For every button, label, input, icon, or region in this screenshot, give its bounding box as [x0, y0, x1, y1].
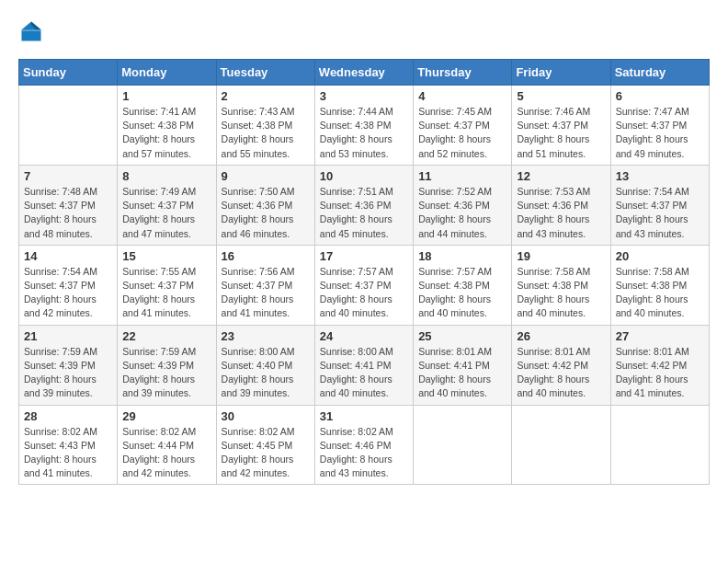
day-number: 11 — [418, 169, 506, 183]
day-info: Sunrise: 7:57 AMSunset: 4:37 PMDaylight:… — [320, 265, 408, 321]
calendar-cell: 29Sunrise: 8:02 AMSunset: 4:44 PMDayligh… — [118, 405, 216, 485]
day-number: 30 — [222, 409, 310, 423]
calendar-cell: 11Sunrise: 7:52 AMSunset: 4:36 PMDayligh… — [414, 165, 512, 245]
day-info: Sunrise: 8:01 AMSunset: 4:41 PMDaylight:… — [418, 345, 506, 401]
day-of-week-header: Friday — [512, 60, 610, 86]
day-info: Sunrise: 7:55 AMSunset: 4:37 PMDaylight:… — [122, 265, 210, 321]
calendar-week-row: 1Sunrise: 7:41 AMSunset: 4:38 PMDaylight… — [19, 86, 710, 166]
day-number: 16 — [222, 249, 310, 263]
day-number: 7 — [24, 169, 112, 183]
day-number: 28 — [24, 409, 112, 423]
day-info: Sunrise: 8:02 AMSunset: 4:46 PMDaylight:… — [320, 425, 408, 481]
day-number: 24 — [320, 329, 408, 343]
day-info: Sunrise: 8:00 AMSunset: 4:41 PMDaylight:… — [320, 345, 408, 401]
calendar-cell: 23Sunrise: 8:00 AMSunset: 4:40 PMDayligh… — [216, 325, 314, 405]
calendar-cell: 28Sunrise: 8:02 AMSunset: 4:43 PMDayligh… — [19, 405, 118, 485]
day-info: Sunrise: 8:00 AMSunset: 4:40 PMDaylight:… — [222, 345, 310, 401]
calendar-week-row: 7Sunrise: 7:48 AMSunset: 4:37 PMDaylight… — [19, 165, 710, 245]
header-row: SundayMondayTuesdayWednesdayThursdayFrid… — [19, 60, 710, 86]
calendar-cell — [414, 405, 512, 485]
calendar-cell: 5Sunrise: 7:46 AMSunset: 4:37 PMDaylight… — [512, 86, 610, 166]
calendar-cell: 17Sunrise: 7:57 AMSunset: 4:37 PMDayligh… — [314, 245, 413, 325]
calendar-cell: 15Sunrise: 7:55 AMSunset: 4:37 PMDayligh… — [118, 245, 216, 325]
day-number: 12 — [517, 169, 605, 183]
day-info: Sunrise: 7:56 AMSunset: 4:37 PMDaylight:… — [222, 265, 310, 321]
calendar-cell: 12Sunrise: 7:53 AMSunset: 4:36 PMDayligh… — [512, 165, 610, 245]
day-info: Sunrise: 7:53 AMSunset: 4:36 PMDaylight:… — [517, 185, 605, 241]
day-number: 23 — [222, 329, 310, 343]
day-info: Sunrise: 7:46 AMSunset: 4:37 PMDaylight:… — [517, 105, 605, 161]
day-info: Sunrise: 7:49 AMSunset: 4:37 PMDaylight:… — [122, 185, 210, 241]
day-number: 18 — [418, 249, 506, 263]
day-number: 6 — [616, 89, 704, 103]
calendar-cell: 4Sunrise: 7:45 AMSunset: 4:37 PMDaylight… — [414, 86, 512, 166]
day-number: 2 — [222, 89, 310, 103]
day-number: 5 — [517, 89, 605, 103]
calendar-cell — [512, 405, 610, 485]
day-info: Sunrise: 8:01 AMSunset: 4:42 PMDaylight:… — [616, 345, 704, 401]
day-info: Sunrise: 7:59 AMSunset: 4:39 PMDaylight:… — [24, 345, 112, 401]
day-number: 31 — [320, 409, 408, 423]
day-of-week-header: Tuesday — [216, 60, 314, 86]
day-info: Sunrise: 7:58 AMSunset: 4:38 PMDaylight:… — [616, 265, 704, 321]
calendar-cell — [19, 86, 118, 166]
day-of-week-header: Monday — [118, 60, 216, 86]
day-info: Sunrise: 8:02 AMSunset: 4:43 PMDaylight:… — [24, 425, 112, 481]
day-number: 29 — [122, 409, 210, 423]
calendar-cell: 13Sunrise: 7:54 AMSunset: 4:37 PMDayligh… — [610, 165, 709, 245]
day-info: Sunrise: 8:01 AMSunset: 4:42 PMDaylight:… — [517, 345, 605, 401]
calendar-cell: 2Sunrise: 7:43 AMSunset: 4:38 PMDaylight… — [216, 86, 314, 166]
day-number: 3 — [320, 89, 408, 103]
day-info: Sunrise: 7:47 AMSunset: 4:37 PMDaylight:… — [616, 105, 704, 161]
day-info: Sunrise: 7:54 AMSunset: 4:37 PMDaylight:… — [24, 265, 112, 321]
calendar-body: 1Sunrise: 7:41 AMSunset: 4:38 PMDaylight… — [19, 86, 710, 485]
calendar-cell: 31Sunrise: 8:02 AMSunset: 4:46 PMDayligh… — [314, 405, 413, 485]
day-info: Sunrise: 7:54 AMSunset: 4:37 PMDaylight:… — [616, 185, 704, 241]
calendar-cell — [610, 405, 709, 485]
day-number: 19 — [517, 249, 605, 263]
day-of-week-header: Saturday — [610, 60, 709, 86]
calendar-cell: 9Sunrise: 7:50 AMSunset: 4:36 PMDaylight… — [216, 165, 314, 245]
calendar-week-row: 14Sunrise: 7:54 AMSunset: 4:37 PMDayligh… — [19, 245, 710, 325]
day-number: 26 — [517, 329, 605, 343]
calendar-header: SundayMondayTuesdayWednesdayThursdayFrid… — [19, 60, 710, 86]
day-of-week-header: Wednesday — [314, 60, 413, 86]
day-info: Sunrise: 7:58 AMSunset: 4:38 PMDaylight:… — [517, 265, 605, 321]
day-number: 25 — [418, 329, 506, 343]
day-number: 1 — [122, 89, 210, 103]
day-info: Sunrise: 7:59 AMSunset: 4:39 PMDaylight:… — [122, 345, 210, 401]
day-info: Sunrise: 7:48 AMSunset: 4:37 PMDaylight:… — [24, 185, 112, 241]
calendar-week-row: 28Sunrise: 8:02 AMSunset: 4:43 PMDayligh… — [19, 405, 710, 485]
day-of-week-header: Sunday — [19, 60, 118, 86]
day-number: 13 — [616, 169, 704, 183]
day-number: 14 — [24, 249, 112, 263]
day-number: 15 — [122, 249, 210, 263]
day-number: 17 — [320, 249, 408, 263]
day-of-week-header: Thursday — [414, 60, 512, 86]
day-number: 4 — [418, 89, 506, 103]
calendar-cell: 30Sunrise: 8:02 AMSunset: 4:45 PMDayligh… — [216, 405, 314, 485]
page-header — [18, 18, 710, 44]
calendar-cell: 24Sunrise: 8:00 AMSunset: 4:41 PMDayligh… — [314, 325, 413, 405]
day-number: 22 — [122, 329, 210, 343]
calendar-cell: 8Sunrise: 7:49 AMSunset: 4:37 PMDaylight… — [118, 165, 216, 245]
day-info: Sunrise: 7:52 AMSunset: 4:36 PMDaylight:… — [418, 185, 506, 241]
calendar-cell: 27Sunrise: 8:01 AMSunset: 4:42 PMDayligh… — [610, 325, 709, 405]
calendar-cell: 18Sunrise: 7:57 AMSunset: 4:38 PMDayligh… — [414, 245, 512, 325]
day-number: 9 — [222, 169, 310, 183]
calendar-cell: 26Sunrise: 8:01 AMSunset: 4:42 PMDayligh… — [512, 325, 610, 405]
calendar-cell: 14Sunrise: 7:54 AMSunset: 4:37 PMDayligh… — [19, 245, 118, 325]
calendar-cell: 7Sunrise: 7:48 AMSunset: 4:37 PMDaylight… — [19, 165, 118, 245]
calendar-cell: 1Sunrise: 7:41 AMSunset: 4:38 PMDaylight… — [118, 86, 216, 166]
calendar-cell: 19Sunrise: 7:58 AMSunset: 4:38 PMDayligh… — [512, 245, 610, 325]
calendar-cell: 25Sunrise: 8:01 AMSunset: 4:41 PMDayligh… — [414, 325, 512, 405]
calendar-cell: 21Sunrise: 7:59 AMSunset: 4:39 PMDayligh… — [19, 325, 118, 405]
day-info: Sunrise: 7:45 AMSunset: 4:37 PMDaylight:… — [418, 105, 506, 161]
calendar-cell: 16Sunrise: 7:56 AMSunset: 4:37 PMDayligh… — [216, 245, 314, 325]
day-info: Sunrise: 7:50 AMSunset: 4:36 PMDaylight:… — [222, 185, 310, 241]
day-info: Sunrise: 8:02 AMSunset: 4:45 PMDaylight:… — [222, 425, 310, 481]
calendar-cell: 6Sunrise: 7:47 AMSunset: 4:37 PMDaylight… — [610, 86, 709, 166]
calendar-cell: 3Sunrise: 7:44 AMSunset: 4:38 PMDaylight… — [314, 86, 413, 166]
day-info: Sunrise: 7:57 AMSunset: 4:38 PMDaylight:… — [418, 265, 506, 321]
day-info: Sunrise: 7:41 AMSunset: 4:38 PMDaylight:… — [122, 105, 210, 161]
